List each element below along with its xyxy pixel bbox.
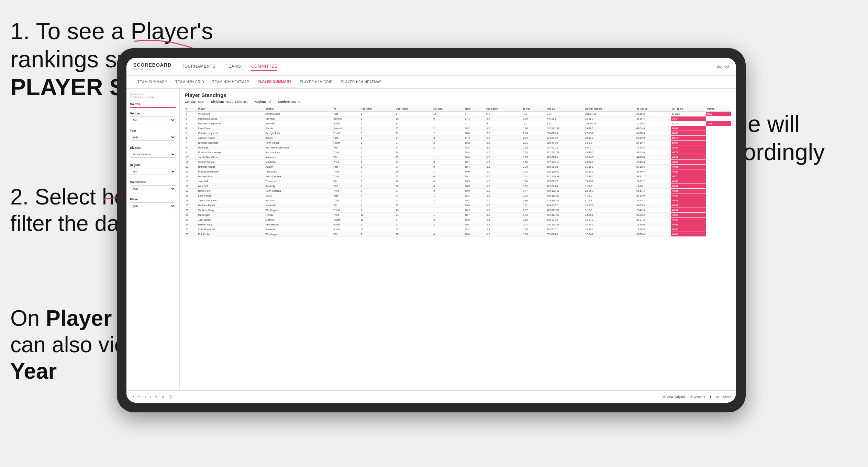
sub-nav-team-h2h-heatmap[interactable]: TEAM H2H HEATMAP <box>208 76 253 88</box>
copy-btn[interactable]: ⧉ <box>155 395 157 399</box>
col-avg-sg: Avg SG <box>546 106 584 112</box>
conference-label: Conference <box>130 180 176 184</box>
col-rank: # <box>185 106 197 112</box>
table-area: Player Standings Gender: Men Division: N… <box>180 89 736 390</box>
table-header-row: # Player School Yr Reg Rank Conf Rank No… <box>185 106 731 112</box>
tablet-screen: SCOREBOARD Powered by dippd TOURNAMENTS … <box>126 58 736 403</box>
logo-title: SCOREBOARD <box>133 62 171 68</box>
table-row: 1Wenyi DingArizona StateFirst1115167.1-3… <box>185 112 731 116</box>
sub-nav-team-h2h-grid[interactable]: TEAM H2H GRID <box>171 76 208 88</box>
table-row: 12Brendan ValdesAuburnFifth537068.4-1.11… <box>185 165 731 169</box>
forward-btn[interactable]: › <box>150 395 151 399</box>
table-row: 6Jackson KoivunAuburnFirst127367.3-2.02.… <box>185 136 731 141</box>
table-row: 25Cole SherwoodVanderbiltFourth1223168.3… <box>185 227 731 232</box>
table-row: 9Preston SummerhaysArizona StateThird124… <box>185 150 731 155</box>
col-vs-top25: Vs Top 25 <box>635 106 671 112</box>
paste-btn[interactable]: ⊕ <box>162 395 164 399</box>
main-content: Update time: 27/03/2024 16:56:26 No Rds.… <box>126 89 736 390</box>
table-row: 21Taehoon SongWashingtonFourth623168.7-1… <box>185 208 731 213</box>
division-label: Division <box>130 146 176 149</box>
back-btn[interactable]: ‹ <box>145 395 146 399</box>
table-row: 2Michael Le SassoOle MissSecond118067.1-… <box>185 116 731 121</box>
nav-item-committee[interactable]: COMMITTEE <box>251 63 278 71</box>
standings-table: # Player School Yr Reg Rank Conf Rank No… <box>185 106 731 237</box>
col-conf-rank: Conf Rank <box>395 106 432 112</box>
table-row: 22Ian GilliganFloridaThird1024168.7-0.81… <box>185 213 731 218</box>
sidebar: Update time: 27/03/2024 16:56:26 No Rds.… <box>126 89 180 390</box>
col-school: School <box>265 106 333 112</box>
col-points: Points <box>706 106 731 112</box>
col-wins: Wins <box>464 106 485 112</box>
share-btn[interactable]: Share <box>723 395 731 399</box>
table-row: 10Jacob Skov OlesenArkansasFifth123168.4… <box>185 155 731 160</box>
table-row: 24Bastien AmatNew MexicoFourth127269.4-1… <box>185 222 731 227</box>
view-label: 👁 View: Original <box>663 395 686 399</box>
table-row: 13Phichakon MaichonTexas A&MThird630169.… <box>185 169 731 174</box>
gender-filter: Gender: Men <box>185 100 204 103</box>
redo-btn[interactable]: ↪ <box>138 395 141 399</box>
table-title: Player Standings <box>185 92 731 98</box>
col-adj-score: Adj. Score <box>485 106 522 112</box>
no-rds-label: No Rds. <box>130 102 176 106</box>
table-row: 4Luke ClatonFloridaSecond127268.2-1.61.9… <box>185 126 731 131</box>
division-filter: Division: NCAA Division I <box>211 100 248 103</box>
nav-bar: SCOREBOARD Powered by dippd TOURNAMENTS … <box>126 58 736 76</box>
year-select[interactable]: (All) <box>130 134 176 141</box>
bottom-toolbar: ↩ ↪ ‹ › ⧉ ⊕ 🕐 👁 View: Original 👁 Watch ▾… <box>126 390 736 403</box>
nav-logo: SCOREBOARD Powered by dippd <box>133 62 171 71</box>
table-row: 7Nicholas GabrielckNorth FloridaFourth12… <box>185 141 731 145</box>
gender-select[interactable]: Men <box>130 116 176 123</box>
col-overall: Overall Record <box>584 106 635 112</box>
region-label: Region <box>130 163 176 167</box>
col-to-par: to Par <box>522 106 546 112</box>
logo-sub: Powered by dippd <box>133 68 171 71</box>
division-select[interactable]: NCAA Division I <box>130 151 176 158</box>
tablet-device: SCOREBOARD Powered by dippd TOURNAMENTS … <box>117 48 746 412</box>
nav-item-teams[interactable]: TEAMS <box>226 63 241 71</box>
table-row: 18Luke PowellUCLAFirst424168.1-1.81.1350… <box>185 193 731 198</box>
col-player: Player <box>197 106 265 112</box>
sign-out-link[interactable]: Sign out <box>716 65 729 68</box>
gender-label: Gender <box>130 112 176 115</box>
col-no-rds: No. Rds. <box>432 106 464 112</box>
sub-nav: TEAM SUMMARY TEAM H2H GRID TEAM H2H HEAT… <box>126 76 736 89</box>
no-rds-slider[interactable] <box>130 107 176 108</box>
clock-btn[interactable]: 🕐 <box>168 395 172 399</box>
table-row: 23Jack LundinMissouriFourth1124268.8-2.3… <box>185 218 731 222</box>
conference-select[interactable]: (All) <box>130 185 176 192</box>
col-vs-top50: Vs Top 50 <box>671 106 706 112</box>
watch-btn[interactable]: 👁 Watch ▾ <box>690 395 705 399</box>
export-btn[interactable]: ⬆ <box>709 395 712 399</box>
grid-btn[interactable]: ⊞ <box>716 395 719 399</box>
region-select[interactable]: N/A <box>130 168 176 175</box>
table-row: 20Matthew RiedelVanderbiltFifth623168.6-… <box>185 203 731 208</box>
table-row: 16Alex GoffKentuckyFifth819068.3-1.71.92… <box>185 184 731 189</box>
player-label: Player <box>130 198 176 201</box>
nav-items: TOURNAMENTS TEAMS COMMITTEE <box>182 63 716 71</box>
year-label: Year <box>130 129 176 132</box>
table-row: 11Gordon SargentVanderbiltThird421068.7-… <box>185 160 731 165</box>
sub-nav-player-h2h-grid[interactable]: PLAYER H2H GRID <box>296 76 337 88</box>
conference-filter: Conference: All <box>278 100 301 103</box>
table-filters: Gender: Men Division: NCAA Division I Re… <box>185 100 731 103</box>
sub-nav-team-summary[interactable]: TEAM SUMMARY <box>133 76 171 88</box>
table-row: 8Mats EgeEast Tennessee StateFifth124268… <box>185 145 731 150</box>
table-row: 15Jake HallTennesseeFifth718068.5-1.51.6… <box>185 179 731 184</box>
region-filter: Region: All <box>255 100 271 103</box>
update-time: Update time: 27/03/2024 16:56:26 <box>130 93 176 99</box>
undo-btn[interactable]: ↩ <box>131 395 134 399</box>
col-reg-rank: Reg Rank <box>360 106 395 112</box>
table-row: 19Tiger ChristensenArizonaThird523269.2-… <box>185 198 731 203</box>
table-row: 17David FordNorth CarolinaThird924069.0-… <box>185 189 731 193</box>
table-row: 14Maxwell FordNorth CarolinaThird123069.… <box>185 174 731 179</box>
table-row: 26Petr HrubyWashingtonFifth725068.6-1.61… <box>185 232 731 237</box>
nav-right: Sign out <box>716 65 729 68</box>
sub-nav-player-h2h-heatmap[interactable]: PLAYER H2H HEATMAP <box>337 76 386 88</box>
nav-item-tournaments[interactable]: TOURNAMENTS <box>182 63 215 71</box>
table-row: 3Michael ThorbjornsenStanfordFourth28706… <box>185 121 731 126</box>
table-row: 5Christo LamprechtGeorgia TechFourth2212… <box>185 131 731 136</box>
sub-nav-player-summary[interactable]: PLAYER SUMMARY <box>253 76 296 88</box>
player-select[interactable]: (All) <box>130 202 176 209</box>
col-yr: Yr <box>332 106 359 112</box>
